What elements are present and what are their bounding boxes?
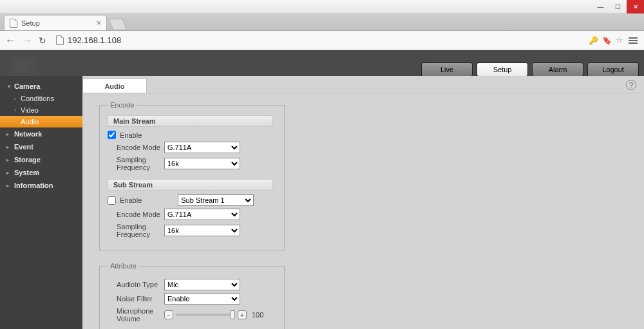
close-icon[interactable]: × (96, 18, 101, 28)
slider-thumb[interactable] (230, 310, 235, 319)
page-icon (10, 19, 17, 28)
forward-button[interactable]: → (22, 35, 32, 46)
main-enable-checkbox[interactable] (108, 131, 116, 139)
volume-increase-button[interactable]: + (238, 310, 247, 319)
content-tab-audio[interactable]: Audio (82, 79, 147, 93)
main-sampling-select[interactable]: 16k (164, 158, 240, 169)
sub-enable-label: Enable (120, 196, 142, 204)
sidebar: ▼Camera ›Conditions ›Video ›Audio ▸Netwo… (0, 76, 82, 329)
noise-select[interactable]: Enable (164, 293, 240, 305)
address-bar[interactable]: 192.168.1.108 (53, 33, 582, 48)
window-maximize[interactable]: ☐ (609, 0, 627, 14)
volume-slider[interactable] (176, 314, 235, 316)
tab-alarm[interactable]: Alarm (532, 62, 583, 77)
mic-vol-label: Microphone Volume (108, 307, 164, 323)
noise-label: Noise Filter (108, 295, 164, 303)
window-close[interactable]: ✕ (627, 0, 644, 14)
audio-panel: Encode Main Stream Enable Encode Mode G.… (82, 93, 639, 329)
page-icon (56, 35, 64, 45)
main-enable-label: Enable (120, 131, 142, 139)
brand-logo (12, 57, 50, 76)
sidebar-group-network[interactable]: ▸Network (0, 127, 82, 140)
sidebar-group-system[interactable]: ▸System (0, 166, 82, 179)
sub-encode-mode-label: Encode Mode (108, 211, 164, 218)
app-header: Live Setup Alarm Logout (0, 50, 644, 76)
sidebar-group-information[interactable]: ▸Information (0, 179, 82, 192)
volume-decrease-button[interactable]: − (164, 310, 173, 319)
sidebar-item-audio[interactable]: ›Audio (0, 116, 82, 127)
tab-setup[interactable]: Setup (477, 62, 528, 77)
encode-mode-label: Encode Mode (108, 144, 164, 151)
menu-button[interactable] (627, 36, 639, 45)
volume-value: 100 (252, 311, 263, 319)
browser-tabstrip: Setup × (0, 14, 644, 31)
main-encode-mode-select[interactable]: G.711A (164, 142, 240, 153)
attribute-legend: Attribute (108, 262, 139, 270)
tab-title: Setup (21, 19, 40, 27)
attribute-fieldset: Attribute AudioIn Type Mic Noise Filter … (99, 262, 285, 329)
sub-sampling-select[interactable]: 16k (164, 225, 240, 236)
sub-sampling-label: Sampling Frequency (108, 223, 164, 238)
tab-logout[interactable]: Logout (587, 62, 639, 77)
reload-button[interactable]: ↻ (39, 35, 46, 46)
back-button[interactable]: ← (5, 35, 15, 46)
audioin-select[interactable]: Mic (164, 279, 240, 290)
browser-toolbar: ← → ↻ 192.168.1.108 🔑 🔖 ☆ (0, 31, 644, 50)
sub-encode-mode-select[interactable]: G.711A (164, 209, 240, 220)
sub-enable-checkbox[interactable] (108, 196, 116, 205)
url-text: 192.168.1.108 (68, 35, 121, 45)
window-minimize[interactable]: — (592, 0, 609, 14)
sub-stream-select[interactable]: Sub Stream 1 (178, 194, 254, 206)
browser-tab[interactable]: Setup × (4, 15, 107, 30)
audioin-label: AudioIn Type (108, 281, 164, 288)
encode-fieldset: Encode Main Stream Enable Encode Mode G.… (99, 101, 285, 250)
sidebar-item-conditions[interactable]: ›Conditions (0, 93, 82, 104)
bookmark-icon[interactable]: ☆ (616, 35, 623, 45)
sidebar-group-storage[interactable]: ▸Storage (0, 153, 82, 166)
help-icon[interactable]: ? (626, 80, 636, 90)
tag-icon[interactable]: 🔖 (602, 36, 612, 45)
sub-stream-header: Sub Stream (108, 179, 272, 191)
sidebar-group-event[interactable]: ▸Event (0, 140, 82, 153)
key-icon[interactable]: 🔑 (589, 36, 598, 45)
encode-legend: Encode (108, 101, 137, 109)
sidebar-group-camera[interactable]: ▼Camera (0, 80, 82, 93)
window-titlebar: — ☐ ✕ (0, 0, 644, 14)
sidebar-item-video[interactable]: ›Video (0, 104, 82, 116)
main-stream-header: Main Stream (108, 115, 272, 127)
sampling-label: Sampling Frequency (108, 156, 164, 171)
new-tab-button[interactable] (109, 19, 128, 30)
tab-live[interactable]: Live (421, 62, 473, 77)
